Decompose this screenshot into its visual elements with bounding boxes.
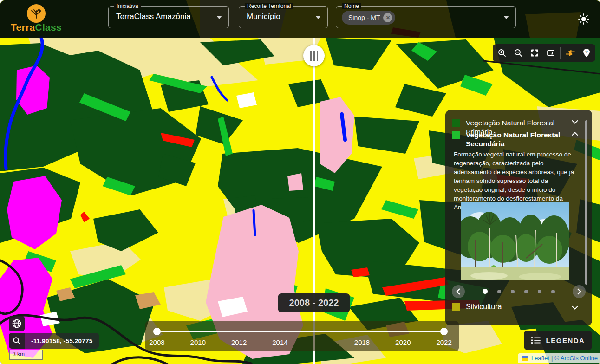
- chevron-down-icon: [572, 306, 578, 310]
- drag-grip-icon: [310, 51, 312, 61]
- chevron-down-icon: [572, 120, 578, 124]
- carousel-dot[interactable]: [524, 290, 528, 293]
- brand-part-terra: Terra: [11, 22, 35, 32]
- compare-swipe-button[interactable]: [562, 45, 578, 61]
- compare-swipe-icon: [565, 48, 575, 58]
- chevron-up-icon: [572, 132, 578, 136]
- chevron-down-icon: [503, 16, 509, 19]
- search-button[interactable]: [9, 333, 25, 349]
- compare-range-label: 2008 - 2022: [278, 293, 350, 312]
- timeline-tick: 2014: [272, 338, 287, 346]
- panel-scrollbar[interactable]: [585, 120, 587, 285]
- carousel-dot[interactable]: [538, 290, 541, 293]
- select-nome-label: Nome: [342, 3, 361, 9]
- default-extent-button[interactable]: [542, 45, 559, 61]
- photo-carousel-controls: [445, 284, 592, 300]
- chevron-down-icon: [315, 16, 321, 19]
- coordinate-search: -11.90158, -55.20775: [9, 333, 99, 349]
- fullscreen-icon: [530, 48, 539, 58]
- brand-part-class: Class: [35, 22, 62, 32]
- top-app-bar: TerraClass Iniciativa TerraClass Amazôni…: [0, 0, 600, 38]
- tree-icon: [27, 4, 46, 23]
- theme-toggle-button[interactable]: [576, 12, 591, 26]
- ukraine-flag-icon: [522, 356, 528, 361]
- legend-swatch-silvicultura: [452, 303, 460, 311]
- legend-item-secundaria[interactable]: Vegetação Natural Florestal Secundária: [452, 130, 578, 148]
- terraclass-logo[interactable]: TerraClass: [11, 3, 62, 32]
- timeline-tick: 2008: [149, 338, 164, 346]
- timeline-tick: 2022: [436, 338, 451, 346]
- chip-label: Sinop - MT: [348, 14, 380, 21]
- zoom-in-icon: [497, 48, 507, 58]
- svg-text:?: ?: [585, 50, 588, 54]
- timeline-handle-end[interactable]: [440, 328, 448, 335]
- list-icon: [531, 337, 541, 344]
- cursor-coordinates-readout: -11.90158, -55.20775: [25, 333, 99, 349]
- select-recorte-value: Município: [247, 12, 280, 21]
- select-iniciativa-value: TerraClass Amazônia: [116, 12, 191, 21]
- sun-icon: [578, 13, 590, 25]
- legend-item-silvicultura[interactable]: Silvicultura: [452, 302, 578, 311]
- carousel-dot[interactable]: [551, 290, 555, 293]
- timeline-handle-start[interactable]: [153, 328, 161, 335]
- fullscreen-button[interactable]: [526, 45, 542, 61]
- carousel-prev-button[interactable]: [452, 285, 465, 298]
- map-scale-bar: 3 km: [9, 350, 43, 360]
- selected-municipality-chip[interactable]: Sinop - MT ✕: [342, 11, 395, 25]
- globe-icon: [12, 318, 22, 329]
- chevron-left-icon: [456, 288, 461, 295]
- zoom-out-icon: [514, 48, 523, 58]
- carousel-dot[interactable]: [497, 290, 501, 293]
- toolbar-divider: [560, 47, 561, 59]
- timeline-slider: 2008201020122014201820202022: [145, 321, 459, 351]
- chevron-right-icon: [577, 288, 581, 295]
- compare-divider-line[interactable]: [313, 38, 315, 364]
- attribution-separator: |: [551, 355, 553, 362]
- timeline-tick: 2012: [231, 338, 247, 346]
- legenda-button-label: LEGENDA: [546, 337, 585, 344]
- map-toolbar: ?: [493, 44, 595, 62]
- locate-feature-button[interactable]: ?: [578, 45, 594, 61]
- carousel-dot[interactable]: [483, 289, 488, 294]
- select-nome[interactable]: Nome Sinop - MT ✕: [336, 6, 516, 28]
- legend-label-silvicultura: Silvicultura: [466, 302, 566, 311]
- leaflet-link[interactable]: Leaflet: [531, 355, 549, 362]
- compare-divider-handle[interactable]: [303, 45, 325, 66]
- carousel-next-button[interactable]: [573, 285, 586, 298]
- select-iniciativa[interactable]: Iniciativa TerraClass Amazônia: [108, 6, 229, 28]
- legend-label-secundaria: Vegetação Natural Florestal Secundária: [466, 130, 566, 148]
- timeline-tick: 2020: [395, 338, 411, 346]
- carousel-dots: [483, 289, 555, 294]
- extent-icon: [546, 48, 555, 58]
- legend-swatch-secundaria: [452, 131, 460, 139]
- timeline-track[interactable]: [157, 331, 444, 332]
- close-icon[interactable]: ✕: [383, 13, 392, 22]
- basemap-globe-button[interactable]: [9, 316, 25, 332]
- legend-swatch-primaria: [452, 119, 460, 127]
- arcgis-link[interactable]: © ArcGis Online: [554, 355, 598, 362]
- locate-question-icon: ?: [582, 48, 591, 58]
- select-recorte-territorial[interactable]: Recorte Territorial Município: [239, 6, 328, 28]
- timeline-tick: 2010: [190, 338, 206, 346]
- zoom-out-button[interactable]: [510, 45, 526, 61]
- terraclass-app-window: TerraClass Iniciativa TerraClass Amazôni…: [0, 0, 600, 364]
- select-iniciativa-label: Iniciativa: [114, 3, 141, 9]
- zoom-in-button[interactable]: [494, 45, 510, 61]
- select-recorte-label: Recorte Territorial: [245, 3, 293, 9]
- map-attribution: Leaflet | © ArcGis Online: [518, 353, 600, 363]
- chevron-down-icon: [216, 16, 222, 19]
- carousel-dot[interactable]: [511, 290, 515, 293]
- timeline-tick: 2018: [354, 338, 370, 346]
- legenda-toggle-button[interactable]: LEGENDA: [524, 331, 592, 350]
- search-icon: [13, 337, 21, 345]
- legend-detail-panel: Vegetação Natural Florestal Primária Veg…: [445, 110, 592, 325]
- legend-class-photo: [461, 202, 569, 280]
